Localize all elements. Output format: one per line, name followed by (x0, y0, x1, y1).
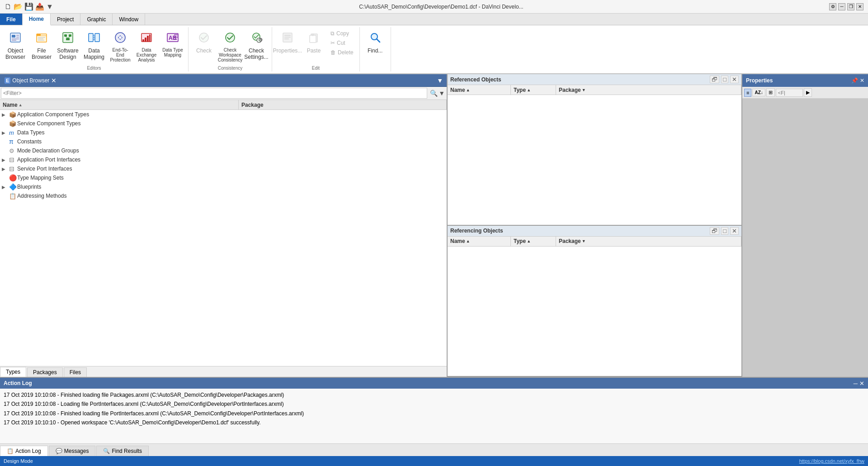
tree-item-constants[interactable]: π Constants (0, 137, 447, 146)
refg-close-btn[interactable]: ✕ (730, 227, 739, 235)
new-btn[interactable]: 🗋 (5, 3, 12, 11)
check-btn[interactable]: Check (191, 29, 217, 56)
check-settings-label: Check Settings... (244, 48, 268, 60)
al-find-results-tab[interactable]: 🔍 Find Results (96, 446, 149, 456)
filter-expand-icon[interactable]: ▼ (439, 90, 445, 97)
tab-project[interactable]: Project (51, 14, 80, 25)
tree-item-application-component-types[interactable]: ▶ 📦 Application Component Types (0, 110, 447, 119)
props-filter-input[interactable] (776, 89, 803, 97)
tab-home[interactable]: Home (23, 14, 51, 25)
cut-btn[interactable]: ✂ Cut (327, 38, 357, 48)
tree-item-service-component-types[interactable]: 📦 Service Component Types (0, 119, 447, 128)
properties-btn[interactable]: Properties... (275, 29, 300, 56)
tab-window[interactable]: Window (113, 14, 145, 25)
ob-tab-actions: ▼ (435, 77, 447, 84)
properties-title: Properties (746, 77, 851, 84)
delete-btn[interactable]: 🗑 Delete (327, 48, 357, 57)
tree-item-type-mapping-sets[interactable]: 🔴 Type Mapping Sets (0, 173, 447, 182)
ref-panels-container: Referenced Objects 🗗 □ ✕ Name ▲ Type ▲ P… (448, 74, 741, 377)
data-exchange-btn[interactable]: Data Exchange Analysis (134, 29, 159, 65)
check-settings-btn[interactable]: ⚙ Check Settings... (244, 29, 269, 62)
restore-btn[interactable]: ❐ (847, 3, 854, 10)
ob-column-headers: Name ▲ Package (0, 100, 447, 110)
edit-buttons: Properties... Paste ⧉ Copy (275, 28, 357, 65)
tab-file[interactable]: File (0, 14, 23, 25)
props-category-btn[interactable]: ⊞ (766, 88, 775, 97)
status-url[interactable]: https://blog.csdn.net/xyfx_fhw (799, 458, 864, 464)
tree-item-blueprints[interactable]: ▶ 🔷 Blueprints (0, 182, 447, 191)
props-close-btn[interactable]: ✕ (860, 77, 864, 84)
al-close-btn[interactable]: ✕ (859, 380, 864, 387)
paste-btn[interactable]: Paste (301, 29, 326, 56)
ref-close-btn[interactable]: ✕ (730, 76, 739, 83)
al-messages-tab[interactable]: 💬 Messages (49, 446, 96, 456)
refg-max-btn[interactable]: □ (721, 227, 728, 235)
editors-buttons: Object Browser File Browser (3, 28, 185, 65)
expand-icon[interactable]: ▶ (2, 112, 9, 117)
svg-rect-40 (284, 35, 291, 36)
al-tab-label-find: Find Results (112, 448, 142, 454)
tree-item-application-port-interfaces[interactable]: ▶ ⊟ Application Port Interfaces (0, 155, 447, 164)
expand-icon (2, 121, 9, 126)
refg-package-header[interactable]: Package ▼ (556, 237, 741, 246)
tree-item-data-types[interactable]: ▶ m Data Types (0, 128, 447, 137)
expand-icon[interactable]: ▶ (2, 130, 9, 135)
ref-restore-btn[interactable]: 🗗 (710, 76, 719, 83)
dropdown-btn[interactable]: ▼ (46, 3, 53, 11)
ref-name-header[interactable]: Name ▲ (448, 85, 511, 95)
data-type-btn[interactable]: AB Data Type Mapping (160, 29, 185, 60)
al-action-log-tab[interactable]: 📋 Action Log (0, 446, 48, 456)
ob-tab-label: Object Browser (12, 77, 49, 84)
tree-item-service-port-interfaces[interactable]: ▶ ⊟ Service Port Interfaces (0, 164, 447, 173)
data-mapping-btn[interactable]: Data Mapping (81, 29, 107, 62)
settings-btn[interactable]: ⚙ (829, 3, 836, 10)
ob-package-col-header[interactable]: Package (239, 100, 447, 109)
properties-header: Properties 📌 ✕ (742, 74, 868, 87)
end-to-end-btn[interactable]: End-To-End Protection (108, 29, 133, 65)
item-label: Constants (17, 138, 42, 145)
props-search-next-btn[interactable]: ▶ (804, 88, 812, 97)
ob-tab-close[interactable]: ✕ (51, 77, 57, 84)
find-btn[interactable]: Find... (363, 29, 388, 56)
ob-tree[interactable]: ▶ 📦 Application Component Types 📦 Servic… (0, 110, 447, 366)
filter-input[interactable] (1, 88, 427, 99)
ob-action-menu[interactable]: ▼ (435, 77, 445, 84)
copy-btn[interactable]: ⧉ Copy (327, 29, 357, 38)
props-list-view-btn[interactable]: ≡ (744, 89, 751, 97)
tree-item-addressing-methods[interactable]: 📋 Addressing Methods (0, 191, 447, 200)
ref-max-btn[interactable]: □ (721, 76, 728, 83)
check-workspace-btn[interactable]: Check Workspace Consistency (217, 29, 243, 65)
filter-search-icon[interactable]: 🔍 (430, 90, 438, 97)
tab-graphic[interactable]: Graphic (80, 14, 113, 25)
props-pin-btn[interactable]: 📌 (851, 77, 858, 84)
ob-files-tab[interactable]: Files (64, 367, 87, 377)
expand-icon[interactable]: ▶ (2, 157, 9, 162)
tree-item-mode-declaration-groups[interactable]: ⚙ Mode Declaration Groups (0, 146, 447, 155)
open-btn[interactable]: 📂 (14, 2, 23, 11)
minimize-btn[interactable]: ─ (838, 3, 845, 10)
file-browser-btn[interactable]: File Browser (29, 29, 54, 62)
refg-type-header[interactable]: Type ▲ (511, 237, 556, 246)
props-sort-btn[interactable]: AZ↓ (752, 89, 765, 96)
refg-restore-btn[interactable]: 🗗 (710, 227, 719, 235)
expand-icon[interactable]: ▶ (2, 185, 9, 190)
expand-icon[interactable]: ▶ (2, 166, 9, 171)
action-log-content[interactable]: 17 Oct 2019 10:10:08 - Finished loading … (0, 389, 868, 443)
ref-type-header[interactable]: Type ▲ (511, 85, 556, 95)
ref-package-header[interactable]: Package ▼ (556, 85, 741, 95)
cut-icon: ✂ (330, 40, 335, 46)
quick-access-toolbar: 🗋 📂 💾 📤 ▼ (5, 2, 53, 11)
object-browser-btn[interactable]: Object Browser (3, 29, 28, 62)
al-minimize-btn[interactable]: ─ (854, 380, 858, 387)
saveas-btn[interactable]: 📤 (35, 2, 44, 11)
ob-packages-tab[interactable]: Packages (27, 367, 63, 377)
software-design-btn[interactable]: Software Design (55, 29, 80, 62)
ribbon-content: Object Browser File Browser (0, 25, 868, 73)
refg-name-header[interactable]: Name ▲ (448, 237, 511, 246)
consistency-buttons: Check Check Workspace Consistency (191, 28, 269, 65)
close-btn[interactable]: ✕ (856, 3, 863, 10)
ob-name-col-header[interactable]: Name ▲ (0, 100, 239, 109)
al-tab-icon-find: 🔍 (103, 448, 110, 454)
save-btn[interactable]: 💾 (24, 2, 33, 11)
ob-types-tab[interactable]: Types (0, 367, 26, 377)
